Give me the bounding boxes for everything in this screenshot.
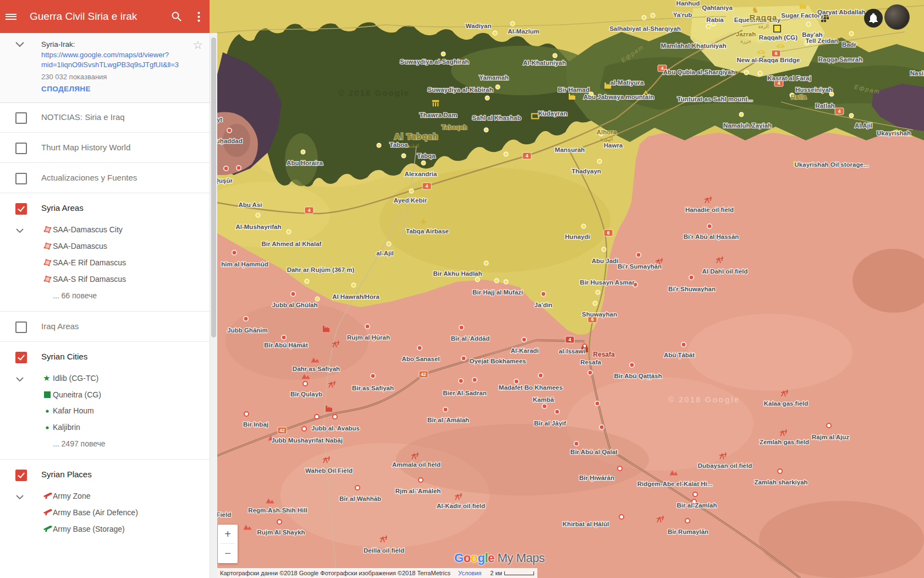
map-point-marker[interactable] bbox=[227, 128, 232, 133]
checkbox-iraq-areas[interactable] bbox=[15, 321, 27, 333]
expand-chevron-icon[interactable] bbox=[16, 492, 24, 502]
map-point-marker[interactable] bbox=[806, 22, 811, 26]
layer-syrian-cities[interactable]: Syrian Cities bbox=[0, 342, 210, 372]
terms-link[interactable]: Условия bbox=[458, 570, 481, 576]
map-point-marker[interactable] bbox=[597, 159, 602, 163]
sidebar-scrollbar[interactable] bbox=[210, 33, 217, 578]
map-point-marker[interactable] bbox=[355, 486, 360, 490]
map-point-marker[interactable] bbox=[365, 324, 370, 329]
map-point-marker[interactable] bbox=[581, 224, 586, 228]
map-point-marker[interactable] bbox=[685, 519, 690, 523]
map-point-marker[interactable] bbox=[739, 112, 744, 117]
map-point-marker[interactable] bbox=[744, 70, 749, 75]
sublayer-idlib[interactable]: ★ Idlib (CG-TC) bbox=[0, 370, 210, 386]
map-point-marker[interactable] bbox=[303, 381, 307, 386]
map-point-marker[interactable] bbox=[421, 161, 426, 165]
layer-iraq-areas[interactable]: Iraq Areas bbox=[0, 312, 210, 342]
map-point-marker[interactable] bbox=[538, 373, 543, 378]
map-point-marker[interactable] bbox=[301, 150, 305, 154]
map-point-marker[interactable] bbox=[522, 337, 526, 342]
map-point-marker[interactable] bbox=[417, 346, 422, 350]
map-point-marker[interactable] bbox=[244, 317, 248, 321]
checkbox-actualizaciones[interactable] bbox=[15, 173, 27, 184]
map-point-marker[interactable] bbox=[441, 52, 446, 56]
map-point-marker[interactable] bbox=[651, 13, 655, 18]
map-point-marker[interactable] bbox=[282, 335, 286, 340]
map-point-marker[interactable] bbox=[596, 290, 600, 295]
zoom-out-button[interactable]: − bbox=[218, 544, 238, 563]
map-point-marker[interactable] bbox=[377, 143, 381, 148]
layer-thurt[interactable]: Thurt Map History World bbox=[0, 133, 210, 163]
map-point-marker[interactable] bbox=[484, 128, 488, 132]
map-link[interactable]: https://www.google.com/maps/d/viewer?mid… bbox=[41, 50, 179, 70]
layer-noticias[interactable]: NOTICIAS: Siria e Iraq bbox=[0, 102, 210, 133]
map-point-marker[interactable] bbox=[555, 410, 559, 414]
collapse-chevron-icon[interactable] bbox=[15, 42, 24, 47]
sublayer-kaljibrin[interactable]: Kaljibrin bbox=[0, 419, 210, 435]
map-point-marker[interactable] bbox=[387, 242, 391, 246]
show-more-syrian-cities[interactable]: ... 2497 повече bbox=[0, 435, 210, 452]
expand-chevron-icon[interactable] bbox=[16, 226, 24, 236]
map-point-marker[interactable] bbox=[493, 31, 497, 35]
square-marker-icon[interactable] bbox=[774, 25, 780, 32]
map-point-marker[interactable] bbox=[618, 466, 622, 471]
map-point-marker[interactable] bbox=[642, 15, 646, 20]
map-point-marker[interactable] bbox=[689, 275, 694, 280]
map-point-marker[interactable] bbox=[472, 378, 477, 382]
show-more-syria-areas[interactable]: ... 66 повече bbox=[0, 287, 210, 304]
map-point-marker[interactable] bbox=[305, 279, 309, 283]
sublayer-army-base-storage[interactable]: Army Base (Storage) bbox=[0, 521, 210, 537]
dam-icon[interactable] bbox=[432, 100, 439, 107]
sublayer-army-zone[interactable]: Army Zone bbox=[0, 488, 210, 504]
map-point-marker[interactable] bbox=[504, 152, 508, 156]
account-avatar[interactable] bbox=[884, 4, 910, 30]
checkbox-syria-areas[interactable] bbox=[15, 203, 27, 215]
map-point-marker[interactable] bbox=[602, 247, 606, 252]
map-point-marker[interactable] bbox=[244, 412, 249, 416]
layer-syrian-places[interactable]: Syrian Places bbox=[0, 460, 210, 490]
hamburger-menu-icon[interactable] bbox=[0, 6, 22, 28]
map-point-marker[interactable] bbox=[510, 21, 515, 26]
map-point-marker[interactable] bbox=[409, 189, 414, 193]
map-point-marker[interactable] bbox=[461, 356, 466, 361]
map-point-marker[interactable] bbox=[459, 379, 463, 383]
map-point-marker[interactable] bbox=[541, 292, 546, 296]
map-point-marker[interactable] bbox=[595, 401, 600, 406]
map-point-marker[interactable] bbox=[707, 224, 712, 228]
map-point-marker[interactable] bbox=[600, 425, 604, 429]
map-point-marker[interactable] bbox=[758, 71, 762, 75]
notifications-icon[interactable] bbox=[864, 9, 883, 28]
map-point-marker[interactable] bbox=[443, 407, 448, 412]
map-point-marker[interactable] bbox=[681, 342, 686, 347]
map-point-marker[interactable] bbox=[459, 325, 464, 330]
expand-chevron-icon[interactable] bbox=[16, 374, 24, 384]
map-point-marker[interactable] bbox=[496, 85, 500, 89]
sublayer-saa-e-rif[interactable]: SAA-E Rif Damascus bbox=[0, 254, 210, 271]
checkbox-syrian-cities[interactable] bbox=[15, 352, 27, 363]
map-point-marker[interactable] bbox=[588, 370, 592, 375]
scrollbar-thumb[interactable] bbox=[211, 37, 216, 337]
map-point-marker[interactable] bbox=[485, 96, 490, 100]
map-point-marker[interactable] bbox=[475, 277, 480, 282]
sublayer-army-base-air[interactable]: Army Base (Air Defence) bbox=[0, 504, 210, 521]
map-point-marker[interactable] bbox=[315, 297, 320, 301]
search-icon[interactable] bbox=[166, 6, 188, 28]
checkbox-noticias[interactable] bbox=[15, 112, 27, 124]
map-point-marker[interactable] bbox=[237, 166, 241, 170]
map-point-marker[interactable] bbox=[630, 363, 634, 367]
map-point-marker[interactable] bbox=[593, 301, 597, 306]
map-point-marker[interactable] bbox=[827, 423, 831, 428]
map-point-marker[interactable] bbox=[504, 280, 508, 284]
map-point-marker[interactable] bbox=[494, 279, 499, 283]
map-point-marker[interactable] bbox=[419, 478, 423, 482]
checkbox-syrian-places[interactable] bbox=[15, 470, 27, 481]
kebab-menu-icon[interactable] bbox=[188, 6, 210, 28]
layer-actualizaciones[interactable]: Actualizaciones y Fuentes bbox=[0, 163, 210, 193]
map-point-marker[interactable] bbox=[256, 213, 260, 217]
map-point-marker[interactable] bbox=[636, 253, 641, 257]
map-point-marker[interactable] bbox=[287, 230, 291, 234]
map-point-marker[interactable] bbox=[542, 404, 547, 408]
map-point-marker[interactable] bbox=[849, 31, 854, 36]
map-point-marker[interactable] bbox=[402, 154, 406, 158]
sublayer-saa-damascus[interactable]: SAA-Damascus bbox=[0, 238, 210, 254]
